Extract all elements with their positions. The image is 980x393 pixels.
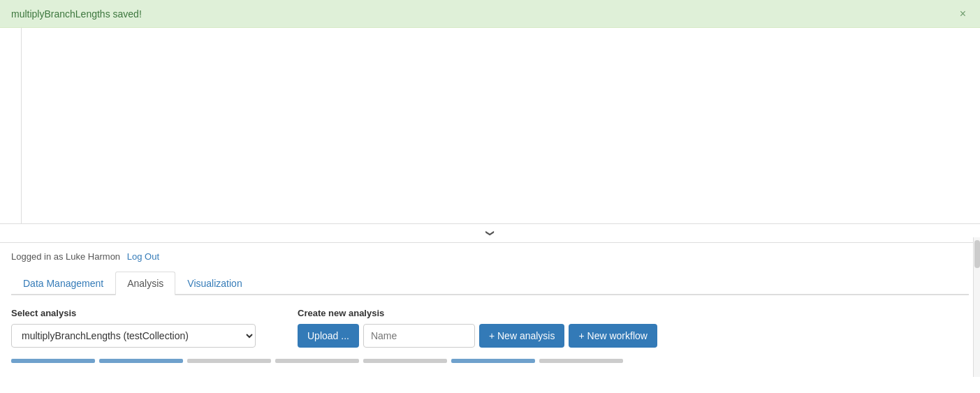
toast-message: multiplyBranchLengths saved! [11, 8, 142, 20]
name-input[interactable] [363, 324, 475, 348]
bottom-tab-5[interactable] [451, 359, 535, 363]
analysis-select-dropdown[interactable]: multiplyBranchLengths (testCollection) [11, 324, 256, 348]
analysis-row: Select analysis multiplyBranchLengths (t… [11, 308, 969, 348]
logged-in-bar: Logged in as Luke Harmon Log Out [11, 251, 969, 262]
create-new-controls: Upload ... + New analysis + New workflow [298, 324, 657, 348]
bottom-tab-0[interactable] [11, 359, 95, 363]
tab-data-management[interactable]: Data Management [11, 272, 115, 295]
bottom-section: Logged in as Luke Harmon Log Out Data Ma… [0, 243, 980, 363]
scrollbar-thumb[interactable] [974, 240, 980, 268]
tab-visualization[interactable]: Visualization [175, 272, 254, 295]
toast-close-button[interactable]: × [957, 8, 969, 20]
select-analysis-label: Select analysis [11, 308, 256, 318]
logged-in-text: Logged in as Luke Harmon [11, 251, 120, 262]
bottom-tab-3[interactable] [275, 359, 359, 363]
toast-notification: multiplyBranchLengths saved! × [0, 0, 980, 28]
tab-analysis[interactable]: Analysis [115, 272, 175, 295]
main-content-panel [21, 28, 980, 223]
create-new-analysis-column: Create new analysis Upload ... + New ana… [298, 308, 657, 348]
logout-link[interactable]: Log Out [127, 251, 159, 262]
create-new-label: Create new analysis [298, 308, 657, 318]
bottom-tab-4[interactable] [363, 359, 447, 363]
chevron-down-icon: ❯ [485, 230, 495, 237]
select-analysis-column: Select analysis multiplyBranchLengths (t… [11, 308, 256, 348]
scrollbar-rail [973, 237, 980, 363]
bottom-tab-2[interactable] [187, 359, 271, 363]
collapse-handle[interactable]: ❯ [0, 223, 980, 243]
bottom-tabs-row [11, 359, 969, 363]
bottom-tab-1[interactable] [99, 359, 183, 363]
new-analysis-button[interactable]: + New analysis [479, 324, 565, 348]
bottom-tab-6[interactable] [539, 359, 623, 363]
main-tabs: Data Management Analysis Visualization [11, 272, 969, 295]
new-workflow-button[interactable]: + New workflow [569, 324, 657, 348]
upload-button[interactable]: Upload ... [298, 324, 359, 348]
